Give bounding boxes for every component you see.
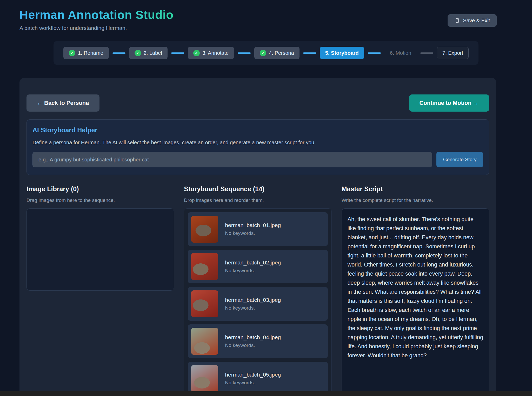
cat-photo-thumbnail — [191, 290, 218, 317]
nav-row: ← Back to Persona Continue to Motion → — [26, 94, 489, 112]
step-label: 6. Motion — [390, 50, 411, 56]
step-annotate[interactable]: ✓3. Annotate — [188, 47, 234, 59]
storyboard-item[interactable]: herman_batch_01.jpegNo keywords. — [188, 212, 328, 246]
back-to-persona-button[interactable]: ← Back to Persona — [26, 94, 99, 112]
helper-description: Define a persona for Herman. The AI will… — [32, 140, 483, 146]
storyboard-item[interactable]: herman_batch_03.jpegNo keywords. — [188, 287, 328, 321]
persona-input[interactable] — [32, 152, 432, 167]
step-label: 4. Persona — [269, 50, 294, 56]
image-library-column: Image Library (0) Drag images from here … — [26, 185, 174, 396]
storyboard-item-keywords: No keywords. — [225, 305, 281, 311]
storyboard-item-keywords: No keywords. — [225, 230, 281, 236]
storyboard-sequence-list[interactable]: herman_batch_01.jpegNo keywords.herman_b… — [184, 208, 331, 396]
master-script-textarea[interactable]: Ah, the sweet call of slumber. There's n… — [342, 208, 489, 396]
storyboard-item[interactable]: herman_batch_05.jpegNo keywords. — [188, 362, 328, 395]
storyboard-item-filename: herman_batch_01.jpeg — [225, 222, 281, 228]
check-icon: ✓ — [69, 50, 75, 56]
helper-title: AI Storyboard Helper — [32, 126, 483, 134]
step-label[interactable]: ✓2. Label — [129, 47, 168, 59]
storyboard-sequence-hint: Drop images here and reorder them. — [184, 197, 331, 203]
continue-to-motion-button[interactable]: Continue to Motion → — [409, 94, 489, 112]
storyboard-item-filename: herman_batch_03.jpeg — [225, 297, 281, 303]
step-connector — [171, 52, 184, 54]
step-connector — [238, 52, 251, 54]
master-script-hint: Write the complete script for the narrat… — [342, 197, 489, 203]
step-label: 2. Label — [144, 50, 162, 56]
master-script-column: Master Script Write the complete script … — [342, 185, 489, 396]
cat-photo-thumbnail — [191, 365, 218, 392]
save-exit-button[interactable]: Save & Exit — [448, 14, 497, 27]
step-connector — [303, 52, 316, 54]
storyboard-item-text: herman_batch_02.jpegNo keywords. — [225, 260, 281, 274]
save-icon — [454, 18, 460, 23]
columns: Image Library (0) Drag images from here … — [26, 185, 489, 396]
workflow-stepper: ✓1. Rename✓2. Label✓3. Annotate✓4. Perso… — [54, 41, 478, 65]
storyboard-item-text: herman_batch_05.jpegNo keywords. — [225, 372, 281, 386]
storyboard-sequence-title: Storyboard Sequence (14) — [184, 185, 331, 193]
storyboard-item-keywords: No keywords. — [225, 380, 281, 386]
step-connector — [420, 52, 433, 54]
check-icon: ✓ — [260, 50, 266, 56]
storyboard-item-text: herman_batch_01.jpegNo keywords. — [225, 222, 281, 236]
check-icon: ✓ — [135, 50, 141, 56]
app-header: Herman Annotation Studio A batch workflo… — [0, 0, 532, 31]
storyboard-item[interactable]: herman_batch_04.jpegNo keywords. — [188, 324, 328, 358]
storyboard-item-text: herman_batch_03.jpegNo keywords. — [225, 297, 281, 311]
step-label: 7. Export — [442, 50, 463, 56]
step-persona[interactable]: ✓4. Persona — [254, 47, 300, 59]
step-export[interactable]: 7. Export — [437, 47, 469, 59]
step-label: 3. Annotate — [202, 50, 229, 56]
step-label: 1. Rename — [78, 50, 103, 56]
storyboard-item-text: herman_batch_04.jpegNo keywords. — [225, 334, 281, 348]
storyboard-item-filename: herman_batch_05.jpeg — [225, 372, 281, 378]
ai-storyboard-helper-panel: AI Storyboard Helper Define a persona fo… — [26, 119, 489, 175]
storyboard-item-keywords: No keywords. — [225, 343, 281, 348]
cat-photo-thumbnail — [191, 253, 218, 280]
storyboard-item-filename: herman_batch_02.jpeg — [225, 260, 281, 266]
step-storyboard[interactable]: 5. Storyboard — [320, 47, 364, 59]
save-exit-label: Save & Exit — [463, 18, 490, 24]
bottom-edge-bar — [0, 391, 532, 396]
image-library-dropzone[interactable] — [26, 208, 174, 291]
main-panel: ← Back to Persona Continue to Motion → A… — [19, 78, 496, 396]
step-connector — [368, 52, 381, 54]
cat-photo-thumbnail — [191, 328, 218, 355]
step-rename[interactable]: ✓1. Rename — [63, 47, 109, 59]
app-title: Herman Annotation Studio — [19, 8, 174, 22]
check-icon: ✓ — [193, 50, 200, 56]
storyboard-item-keywords: No keywords. — [225, 268, 281, 274]
step-label: 5. Storyboard — [325, 50, 359, 56]
stepper-wrap: ✓1. Rename✓2. Label✓3. Annotate✓4. Perso… — [0, 41, 532, 65]
storyboard-item[interactable]: herman_batch_02.jpegNo keywords. — [188, 250, 328, 283]
helper-input-row: Generate Story — [32, 152, 483, 167]
cat-photo-thumbnail — [191, 216, 218, 243]
step-connector — [112, 52, 125, 54]
generate-story-button[interactable]: Generate Story — [436, 152, 483, 167]
storyboard-sequence-column: Storyboard Sequence (14) Drop images her… — [184, 185, 331, 396]
image-library-title: Image Library (0) — [26, 185, 174, 193]
image-library-hint: Drag images from here to the sequence. — [26, 197, 174, 203]
storyboard-item-filename: herman_batch_04.jpeg — [225, 334, 281, 340]
master-script-title: Master Script — [342, 185, 489, 193]
step-motion[interactable]: 6. Motion — [384, 47, 417, 59]
